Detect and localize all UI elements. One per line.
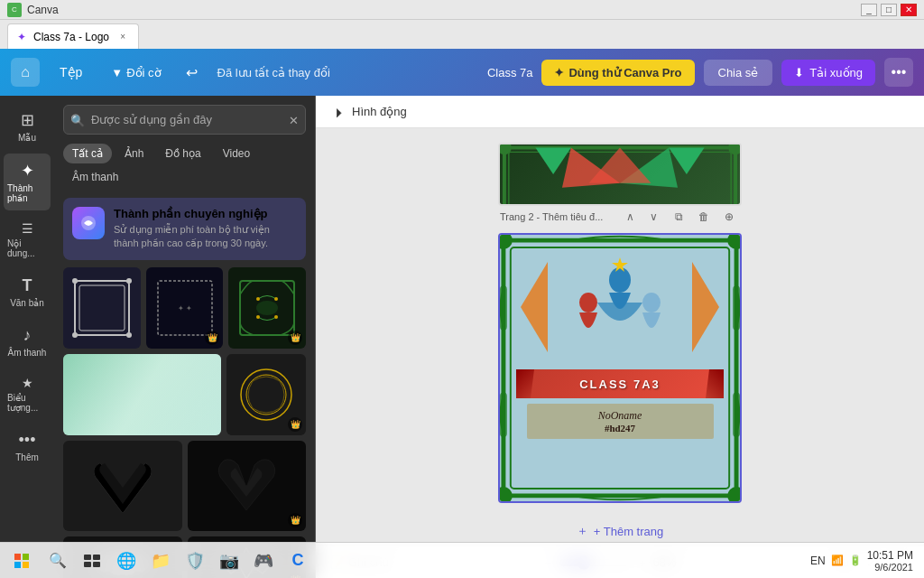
pro-banner-desc: Sử dụng miễn phí toàn bộ thư viện thành … bbox=[114, 223, 297, 251]
animation-button[interactable]: ⏵ Hình động bbox=[327, 101, 414, 123]
search-bar: 🔍 ✕ bbox=[63, 105, 306, 135]
add-page-button[interactable]: ＋ + Thêm trang bbox=[566, 517, 674, 545]
taskbar-app3[interactable]: 🎮 bbox=[247, 545, 280, 577]
canvas-scroll[interactable]: Trang 2 - Thêm tiêu đ... ∧ ∨ ⧉ 🗑 ⊕ bbox=[316, 128, 924, 545]
sidebar-item-templates[interactable]: ⊞ Mẫu bbox=[4, 103, 51, 150]
element-item[interactable]: 👑 bbox=[188, 441, 307, 531]
svg-point-30 bbox=[500, 487, 513, 501]
search-input[interactable] bbox=[63, 105, 306, 135]
undo-button[interactable]: ↩ bbox=[180, 60, 205, 85]
name-line1: NoOname bbox=[536, 409, 705, 423]
more-page-button[interactable]: ⊕ bbox=[718, 206, 740, 228]
delete-page-button[interactable]: 🗑 bbox=[693, 206, 715, 228]
svg-point-20 bbox=[728, 144, 740, 154]
start-button[interactable] bbox=[4, 545, 40, 577]
text-icon: T bbox=[23, 276, 32, 295]
page-down-button[interactable]: ∨ bbox=[642, 206, 664, 228]
taskbar-app1[interactable]: 🛡️ bbox=[179, 545, 211, 577]
edit-dropdown[interactable]: ▼ Đổi cờ bbox=[102, 61, 170, 85]
element-item[interactable] bbox=[63, 354, 221, 435]
element-item[interactable]: 👑 bbox=[228, 267, 306, 349]
close-button[interactable]: ✕ bbox=[901, 4, 917, 16]
share-button[interactable]: Chia sẻ bbox=[704, 60, 773, 86]
grid-row-3: 👑 bbox=[63, 441, 306, 531]
title-bar: C Canva _ □ ✕ bbox=[0, 0, 924, 20]
active-tab[interactable]: ✦ Class 7a - Logo × bbox=[7, 23, 139, 49]
more-icon: ••• bbox=[19, 431, 36, 450]
element-item[interactable]: ✦ ✦ 👑 bbox=[146, 267, 224, 349]
taskbar-clock[interactable]: 10:51 PM 9/6/2021 bbox=[867, 549, 913, 573]
header-right: Class 7a ✦ Dùng thử Canva Pro Chia sẻ ⬇ … bbox=[487, 58, 913, 87]
elements-icon: ✦ bbox=[21, 161, 34, 181]
svg-rect-46 bbox=[84, 555, 91, 560]
svg-marker-23 bbox=[589, 147, 651, 182]
download-icon: ⬇ bbox=[794, 66, 804, 79]
crown-badge: 👑 bbox=[288, 513, 302, 527]
content-icon: ☰ bbox=[22, 221, 33, 236]
file-menu[interactable]: Tệp bbox=[49, 60, 93, 85]
home-button[interactable]: ⌂ bbox=[11, 58, 40, 87]
download-button[interactable]: ⬇ Tải xuống bbox=[781, 60, 875, 86]
page-1 bbox=[498, 143, 742, 206]
more-label: Thêm bbox=[15, 452, 39, 462]
tab-bar: ✦ Class 7a - Logo × bbox=[0, 20, 924, 49]
sidebar-item-icons[interactable]: ★ Biểu tượng... bbox=[4, 368, 51, 420]
class-text: CLASS 7A3 bbox=[579, 378, 661, 391]
element-item[interactable]: 👑 bbox=[226, 354, 306, 435]
add-page-icon: ＋ bbox=[577, 523, 588, 539]
left-panel: 🔍 ✕ Tất cả Ảnh Đồ họa Video Âm thanh Thà… bbox=[54, 96, 316, 578]
name-line2: #hd247 bbox=[536, 423, 705, 434]
svg-point-29 bbox=[727, 235, 740, 249]
taskbar-browser[interactable]: 🌐 bbox=[110, 545, 143, 577]
page-up-button[interactable]: ∧ bbox=[619, 206, 641, 228]
taskbar-app4[interactable]: C bbox=[282, 545, 314, 577]
window-controls: _ □ ✕ bbox=[861, 4, 917, 16]
tab-close-button[interactable]: × bbox=[116, 31, 129, 43]
filter-tab-video[interactable]: Video bbox=[214, 144, 259, 163]
sidebar-item-more[interactable]: ••• Thêm bbox=[4, 424, 51, 470]
page-2-canvas[interactable]: CLASS 7A3 NoOname #hd247 bbox=[498, 233, 742, 503]
svg-point-11 bbox=[256, 297, 260, 301]
star-icon: ✦ bbox=[554, 66, 564, 79]
maximize-button[interactable]: □ bbox=[881, 4, 897, 16]
templates-icon: ⊞ bbox=[21, 110, 34, 130]
filter-tab-photo[interactable]: Ảnh bbox=[116, 144, 152, 163]
taskbar-files[interactable]: 📁 bbox=[144, 545, 177, 577]
edit-label: Đổi cờ bbox=[126, 66, 161, 79]
pro-banner[interactable]: Thành phần chuyên nghiệp Sử dụng miễn ph… bbox=[63, 198, 306, 260]
svg-rect-45 bbox=[23, 562, 29, 568]
try-pro-button[interactable]: ✦ Dùng thử Canva Pro bbox=[541, 60, 694, 86]
filter-tab-audio[interactable]: Âm thanh bbox=[63, 167, 127, 187]
sidebar-item-audio[interactable]: ♪ Âm thanh bbox=[4, 319, 51, 365]
element-item[interactable] bbox=[63, 267, 141, 349]
sidebar-item-content[interactable]: ☰ Nội dung... bbox=[4, 214, 51, 266]
svg-point-10 bbox=[256, 301, 278, 315]
filter-tab-all[interactable]: Tất cả bbox=[63, 144, 112, 163]
app-title: Canva bbox=[27, 4, 59, 16]
page-2-title: Trang 2 - Thêm tiêu đ... bbox=[500, 211, 603, 222]
search-clear-button[interactable]: ✕ bbox=[289, 113, 299, 126]
svg-rect-42 bbox=[14, 554, 21, 560]
elements-grid: ✦ ✦ 👑 bbox=[54, 267, 315, 578]
page-2-title-bar: Trang 2 - Thêm tiêu đ... bbox=[500, 211, 603, 222]
sidebar-item-text[interactable]: T Văn bản bbox=[4, 269, 51, 315]
language-indicator: EN bbox=[810, 555, 826, 567]
audio-label: Âm thanh bbox=[8, 348, 47, 358]
taskbar-search[interactable]: 🔍 bbox=[42, 545, 74, 577]
svg-rect-44 bbox=[14, 562, 21, 568]
filter-tab-graphic[interactable]: Đồ họa bbox=[156, 144, 209, 163]
content-label: Nội dung... bbox=[7, 238, 47, 258]
page-2-controls: Trang 2 - Thêm tiêu đ... ∧ ∨ ⧉ 🗑 ⊕ bbox=[498, 206, 742, 228]
sidebar-item-elements[interactable]: ✦ Thành phần bbox=[4, 154, 51, 210]
page-1-canvas[interactable] bbox=[498, 143, 742, 206]
page-2: Trang 2 - Thêm tiêu đ... ∧ ∨ ⧉ 🗑 ⊕ bbox=[498, 206, 742, 503]
minimize-button[interactable]: _ bbox=[861, 4, 877, 16]
element-item[interactable] bbox=[63, 441, 182, 531]
taskbar-taskview[interactable] bbox=[76, 545, 108, 577]
pro-banner-icon bbox=[72, 207, 105, 239]
taskbar-app2[interactable]: 📷 bbox=[213, 545, 245, 577]
duplicate-page-button[interactable]: ⧉ bbox=[668, 206, 689, 228]
tab-favicon: ✦ bbox=[17, 31, 26, 43]
svg-point-28 bbox=[500, 235, 513, 249]
more-options-button[interactable]: ••• bbox=[884, 58, 913, 87]
